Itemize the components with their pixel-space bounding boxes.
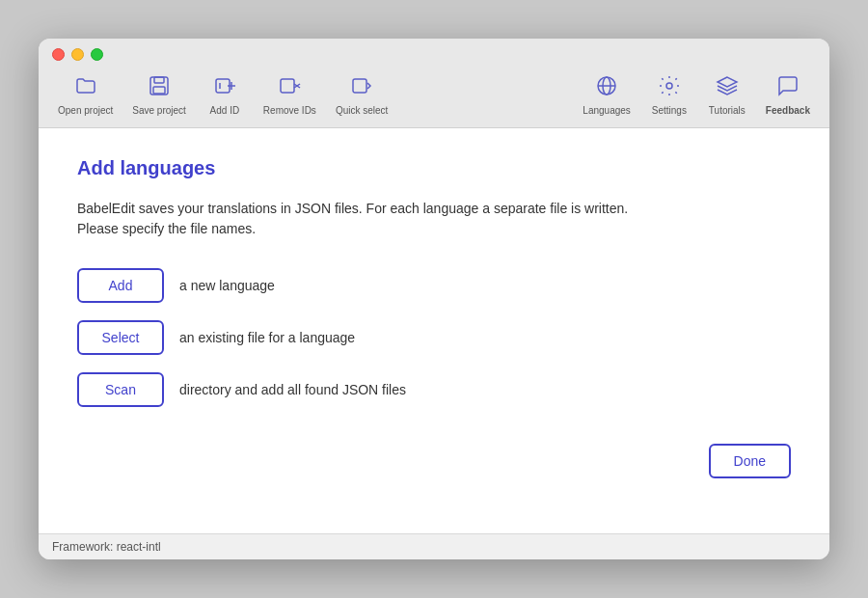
feedback-icon: [776, 74, 800, 102]
add-action-row: Add a new language: [77, 268, 791, 303]
minimize-button[interactable]: [71, 48, 84, 61]
main-window: Open project Save project: [39, 39, 829, 559]
page-title: Add languages: [77, 157, 791, 179]
gear-icon: [658, 74, 681, 102]
toolbar-open-project-label: Open project: [58, 105, 113, 116]
toolbar-feedback[interactable]: Feedback: [756, 70, 820, 120]
toolbar-tutorials[interactable]: Tutorials: [698, 70, 756, 120]
remove-ids-icon: [278, 74, 301, 102]
toolbar-tutorials-label: Tutorials: [709, 105, 746, 116]
toolbar-quick-select-label: Quick select: [336, 105, 388, 116]
svg-rect-1: [154, 77, 164, 83]
add-id-icon: [213, 74, 236, 102]
toolbar-feedback-label: Feedback: [766, 105, 810, 116]
svg-point-14: [666, 83, 672, 89]
window-controls: [39, 39, 829, 67]
select-description: an existing file for a language: [179, 330, 355, 345]
content-area: Add languages BabelEdit saves your trans…: [39, 128, 829, 533]
done-button[interactable]: Done: [709, 444, 791, 478]
select-action-row: Select an existing file for a language: [77, 320, 791, 355]
toolbar: Open project Save project: [39, 67, 829, 127]
scan-action-row: Scan directory and add all found JSON fi…: [77, 372, 791, 407]
toolbar-settings-label: Settings: [652, 105, 687, 116]
globe-icon: [595, 74, 618, 102]
svg-rect-10: [353, 79, 366, 93]
svg-rect-7: [281, 79, 294, 93]
titlebar: Open project Save project: [39, 39, 829, 128]
toolbar-open-project[interactable]: Open project: [48, 70, 122, 120]
toolbar-save-project-label: Save project: [132, 105, 186, 116]
toolbar-languages[interactable]: Languages: [573, 70, 640, 120]
tutorials-icon: [716, 74, 739, 102]
toolbar-remove-ids[interactable]: Remove IDs: [254, 70, 326, 120]
add-description: a new language: [179, 278, 275, 293]
toolbar-languages-label: Languages: [583, 105, 631, 116]
svg-rect-2: [153, 87, 165, 94]
statusbar-text: Framework: react-intl: [52, 540, 161, 554]
toolbar-save-project[interactable]: Save project: [122, 70, 196, 120]
folder-icon: [74, 74, 97, 102]
done-row: Done: [77, 444, 791, 478]
quick-select-icon: [350, 74, 373, 102]
scan-button[interactable]: Scan: [77, 372, 164, 407]
save-icon: [148, 74, 171, 102]
scan-description: directory and add all found JSON files: [179, 382, 406, 397]
close-button[interactable]: [52, 48, 65, 61]
svg-rect-3: [216, 79, 230, 93]
statusbar: Framework: react-intl: [39, 533, 829, 559]
toolbar-add-id-label: Add ID: [210, 105, 240, 116]
select-button[interactable]: Select: [77, 320, 164, 355]
add-button[interactable]: Add: [77, 268, 164, 303]
toolbar-quick-select[interactable]: Quick select: [326, 70, 397, 120]
description-text: BabelEdit saves your translations in JSO…: [77, 199, 656, 239]
toolbar-add-id[interactable]: Add ID: [196, 70, 254, 120]
maximize-button[interactable]: [91, 48, 103, 61]
toolbar-remove-ids-label: Remove IDs: [263, 105, 316, 116]
toolbar-settings[interactable]: Settings: [640, 70, 698, 120]
